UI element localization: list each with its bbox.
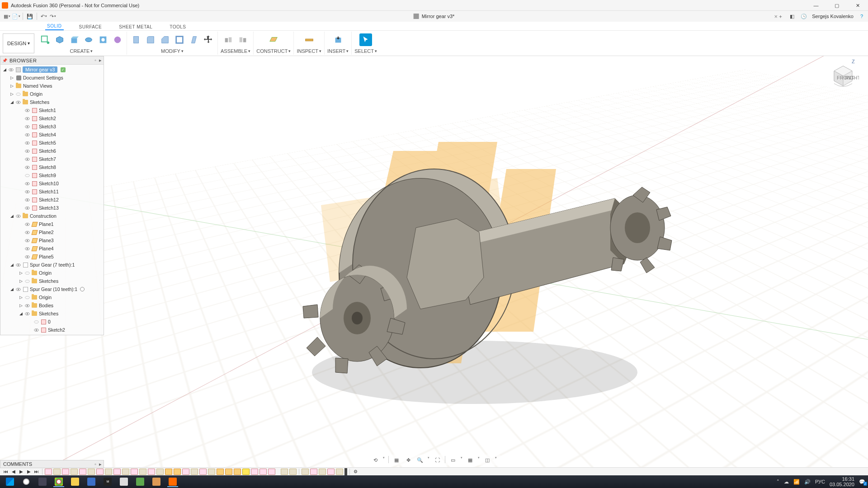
data-panel-button[interactable]: ▦▾	[3, 12, 11, 20]
taskbar-app[interactable]	[132, 476, 148, 487]
timeline-feature[interactable]	[174, 469, 181, 475]
tree-item[interactable]: 0	[0, 318, 104, 326]
expand-icon[interactable]: ▷	[9, 75, 14, 80]
tree-item[interactable]: Sketch2	[0, 326, 104, 334]
visibility-icon[interactable]	[15, 213, 21, 219]
visibility-icon[interactable]	[24, 116, 30, 121]
visibility-icon[interactable]	[15, 99, 21, 105]
timeline-feature[interactable]	[234, 469, 241, 475]
tree-item-sketches[interactable]: ◢ Sketches	[0, 98, 104, 106]
insert-button[interactable]	[332, 33, 344, 46]
timeline-feature[interactable]	[217, 469, 224, 475]
visibility-icon[interactable]	[8, 67, 14, 72]
visibility-icon[interactable]	[24, 205, 30, 211]
tree-item[interactable]: ▷ Sketches	[0, 277, 104, 285]
taskbar-app[interactable]	[148, 476, 165, 487]
minimize-button[interactable]: —	[806, 0, 826, 11]
tree-item[interactable]: ◢ Sketches	[0, 310, 104, 318]
maximize-button[interactable]: ▢	[826, 0, 847, 11]
viewcube[interactable]: Z FRONT RIGHT	[827, 59, 859, 90]
timeline-feature[interactable]	[289, 469, 297, 475]
viewport-canvas[interactable]	[0, 56, 868, 470]
timeline-play-button[interactable]: ▶	[18, 469, 24, 475]
timeline-feature[interactable]	[281, 469, 288, 475]
tree-root[interactable]: ◢ Mirror gear v3 ✓	[0, 66, 104, 74]
tree-item-sketch[interactable]: Sketch6	[0, 147, 104, 155]
visibility-icon[interactable]	[24, 303, 30, 308]
start-button[interactable]	[2, 476, 18, 487]
select-button[interactable]	[359, 33, 372, 46]
look-at-button[interactable]: ▦	[392, 456, 401, 464]
tree-item-spur-gear-7[interactable]: ◢ Spur Gear (7 teeth):1	[0, 261, 104, 269]
construct-plane-button[interactable]	[267, 33, 280, 46]
file-button[interactable]: 📄▾	[12, 12, 20, 20]
timeline-feature[interactable]	[105, 469, 112, 475]
tab-tools[interactable]: TOOLS	[168, 23, 188, 30]
tree-item-sketch[interactable]: Sketch3	[0, 122, 104, 131]
workspace-switcher[interactable]: DESIGN ▾	[3, 33, 34, 53]
expand-icon[interactable]: ◢	[9, 100, 14, 104]
joint-button[interactable]	[222, 33, 235, 46]
expand-icon[interactable]: ▷	[19, 279, 23, 283]
visibility-icon[interactable]	[24, 295, 30, 300]
orbit-button[interactable]: ⟲	[371, 456, 379, 464]
form-button[interactable]	[111, 33, 124, 46]
timeline-feature[interactable]	[336, 469, 343, 475]
press-pull-button[interactable]	[130, 33, 142, 46]
panel-settings-icon[interactable]: ◦	[94, 57, 96, 63]
fit-button[interactable]: ⛶	[433, 456, 441, 464]
timeline-feature[interactable]	[319, 469, 326, 475]
tree-item-origin[interactable]: ▷ Origin	[0, 90, 104, 98]
tree-item-sketch[interactable]: Sketch4	[0, 131, 104, 139]
activate-radio[interactable]	[80, 287, 85, 291]
taskbar-app[interactable]	[83, 476, 99, 487]
visibility-icon[interactable]	[24, 132, 30, 137]
new-design-button[interactable]: ＋	[777, 13, 784, 20]
timeline-feature[interactable]	[191, 469, 198, 475]
save-button[interactable]: 💾	[26, 12, 34, 20]
move-button[interactable]	[202, 33, 215, 46]
timeline-feature[interactable]	[259, 469, 267, 475]
tray-notifications-icon[interactable]: 💬2	[859, 479, 865, 485]
visibility-icon[interactable]	[24, 230, 30, 235]
tab-solid[interactable]: SOLID	[45, 23, 64, 30]
timeline-feature[interactable]	[242, 469, 250, 475]
timeline-feature[interactable]	[165, 469, 172, 475]
tray-expand-icon[interactable]: ˄	[777, 479, 779, 485]
tree-item-sketch[interactable]: Sketch5	[0, 139, 104, 147]
tray-language[interactable]: РУС	[815, 479, 825, 484]
timeline-feature[interactable]	[199, 469, 207, 475]
timeline-feature[interactable]	[327, 469, 335, 475]
document-tab[interactable]: Mirror gear v3*	[414, 14, 455, 19]
user-name[interactable]: Sergejs Kovalenko	[812, 14, 854, 19]
display-settings-button[interactable]: ▭	[449, 456, 457, 464]
expand-icon[interactable]: ◢	[2, 67, 7, 72]
timeline-feature[interactable]	[45, 469, 52, 475]
tray-cloud-icon[interactable]: ☁	[784, 479, 789, 485]
taskbar-search[interactable]	[18, 476, 34, 487]
tree-item-sketch[interactable]: Sketch9	[0, 171, 104, 179]
revolve-button[interactable]	[82, 33, 95, 46]
tree-item-plane[interactable]: Plane3	[0, 236, 104, 244]
measure-button[interactable]	[303, 33, 316, 46]
close-button[interactable]: ✕	[847, 0, 868, 11]
expand-icon[interactable]: ▷	[9, 92, 14, 96]
timeline-feature[interactable]	[148, 469, 155, 475]
visibility-icon[interactable]	[24, 254, 30, 259]
expand-icon[interactable]: ◢	[9, 263, 14, 267]
expand-icon[interactable]: ▷	[9, 84, 14, 88]
visibility-icon[interactable]	[24, 246, 30, 251]
tab-surface[interactable]: SURFACE	[77, 23, 104, 30]
expand-icon[interactable]: ▷	[19, 303, 23, 308]
visibility-icon[interactable]	[24, 311, 30, 316]
visibility-icon[interactable]	[15, 262, 21, 267]
expand-icon[interactable]: ▷	[19, 271, 23, 275]
visibility-icon[interactable]	[24, 238, 30, 243]
redo-button[interactable]: ↷▾	[49, 12, 57, 20]
timeline-feature[interactable]	[53, 469, 61, 475]
taskbar-app[interactable]	[116, 476, 132, 487]
tree-item-plane[interactable]: Plane4	[0, 244, 104, 253]
timeline-start-button[interactable]: ⏮	[3, 469, 9, 475]
panel-settings-icon[interactable]: ◦	[94, 461, 96, 467]
tree-item[interactable]: ▷ Origin	[0, 293, 104, 301]
